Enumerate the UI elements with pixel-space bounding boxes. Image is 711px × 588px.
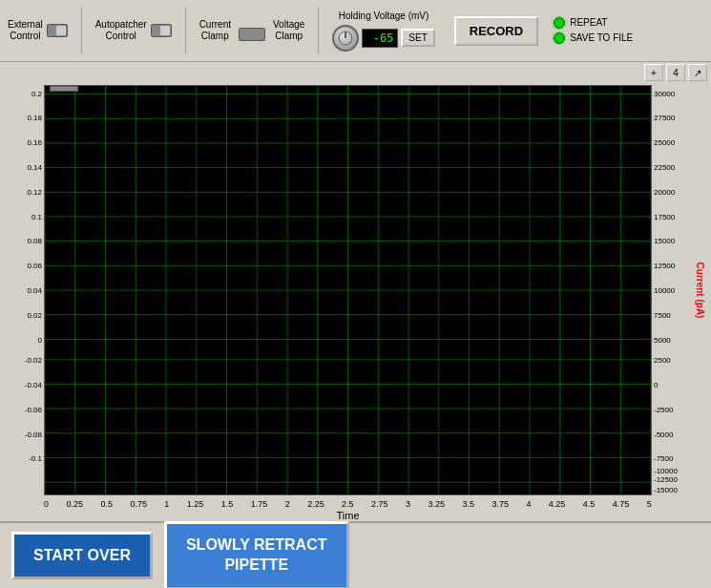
y-right-tick-22500: 22500: [654, 163, 675, 172]
clamp-group: Current Clamp Voltage Clamp: [199, 19, 305, 42]
holding-voltage-group: Holding Voltage (mV) -65 SET: [332, 10, 434, 52]
y-tick-0.18: 0.18: [6, 114, 42, 122]
divider-2: [185, 7, 186, 54]
x-tick-4.75: 4.75: [613, 499, 630, 509]
y-tick-0.08: 0.08: [6, 237, 42, 245]
holding-voltage-value: -65: [362, 29, 398, 48]
x-tick-1.75: 1.75: [251, 499, 268, 509]
y-right-tick-30000: 30000: [654, 89, 675, 97]
holding-voltage-dial[interactable]: [332, 25, 359, 52]
chart-grid: [45, 86, 651, 494]
y-tick-0.04: 0.04: [6, 286, 42, 295]
external-control-toggle[interactable]: [47, 24, 68, 37]
top-bar: External Control Autopatcher Control Cur…: [0, 0, 711, 62]
x-tick-3: 3: [406, 499, 410, 509]
y-right-tick-15000: 15000: [654, 237, 675, 245]
y-right-tick-n15000: -15000: [654, 485, 678, 494]
chart-view-button[interactable]: 4: [666, 64, 685, 81]
x-tick-1.25: 1.25: [187, 499, 204, 509]
y-right-tick-25000: 25000: [654, 138, 675, 147]
y-tick-n0.04: -0.04: [6, 380, 42, 388]
x-tick-0.75: 0.75: [130, 499, 147, 509]
chart-container: 0.2 0.18 0.16 0.14 0.12 0.1 0.08 0.06 0.…: [0, 83, 711, 521]
y-right-tick-5000: 5000: [654, 335, 671, 344]
repeat-led: [554, 17, 565, 29]
y-tick-0.12: 0.12: [6, 187, 42, 196]
y-right-tick-27500: 27500: [654, 114, 675, 122]
x-tick-2.75: 2.75: [371, 499, 388, 509]
y-axis-left: 0.2 0.18 0.16 0.14 0.12 0.1 0.08 0.06 0.…: [4, 85, 44, 495]
x-tick-0.5: 0.5: [100, 499, 113, 509]
repeat-row: REPEAT: [554, 17, 633, 29]
x-tick-2.25: 2.25: [307, 499, 324, 509]
x-tick-3.25: 3.25: [428, 499, 445, 509]
retract-pipette-button[interactable]: SLOWLY RETRACT PIPETTE: [164, 521, 349, 588]
y-right-tick-7500: 7500: [654, 310, 671, 319]
y-tick-n0.02: -0.02: [6, 356, 42, 365]
start-over-button[interactable]: START OVER: [11, 532, 153, 580]
current-clamp-label: Current Clamp: [199, 19, 231, 42]
divider-3: [318, 7, 319, 54]
autopatcher-control-label: Autopatcher Control: [95, 19, 147, 42]
save-to-file-label: SAVE TO FILE: [570, 32, 633, 44]
chart-toolbar: + 4 ↗: [0, 62, 711, 83]
y-tick-0.16: 0.16: [6, 138, 42, 147]
chart-expand-button[interactable]: ↗: [688, 64, 707, 81]
voltage-clamp-label: Voltage Clamp: [273, 19, 304, 42]
x-tick-5: 5: [647, 499, 652, 509]
clamp-toggle[interactable]: [239, 28, 265, 41]
holding-voltage-label: Holding Voltage (mV): [339, 10, 429, 22]
right-controls: REPEAT SAVE TO FILE: [554, 17, 633, 44]
autopatcher-control-group: Autopatcher Control: [95, 19, 172, 42]
y-right-tick-n12500: -12500: [654, 474, 678, 483]
y-right-tick-17500: 17500: [654, 212, 675, 220]
autopatcher-control-toggle[interactable]: [151, 24, 172, 37]
bottom-bar: START OVER SLOWLY RETRACT PIPETTE: [0, 521, 711, 588]
set-button[interactable]: SET: [401, 29, 434, 47]
y-tick-n0.08: -0.08: [6, 430, 42, 438]
x-tick-4.25: 4.25: [549, 499, 566, 509]
external-control-group: External Control: [8, 19, 68, 42]
y-tick-0.14: 0.14: [6, 163, 42, 172]
x-axis: 0 0.25 0.5 0.75 1 1.25 1.5 1.75 2 2.25 2…: [4, 497, 707, 509]
y-axis-right: 30000 27500 25000 22500 20000 17500 1500…: [652, 85, 707, 495]
y-tick-n0.1: -0.1: [6, 454, 42, 463]
external-control-label: External Control: [8, 19, 43, 42]
y-right-tick-20000: 20000: [654, 187, 675, 196]
x-tick-3.5: 3.5: [462, 499, 474, 509]
y-right-tick-2500: 2500: [654, 356, 671, 365]
x-tick-3.75: 3.75: [491, 499, 509, 509]
x-tick-1.5: 1.5: [221, 499, 234, 509]
y-right-tick-n2500: -2500: [654, 405, 673, 413]
y-right-tick-n7500: -7500: [654, 454, 673, 463]
x-tick-2: 2: [285, 499, 290, 509]
y-tick-0.1: 0.1: [6, 212, 42, 220]
y-right-tick-12500: 12500: [654, 262, 675, 270]
y-right-tick-n5000: -5000: [654, 430, 673, 438]
y-tick-0: 0: [6, 335, 42, 344]
current-axis-label: Current (pA): [695, 262, 705, 319]
repeat-label: REPEAT: [570, 17, 607, 29]
x-tick-0: 0: [44, 499, 49, 509]
divider-1: [81, 7, 82, 54]
x-axis-label: Time: [4, 510, 707, 521]
y-tick-0.2: 0.2: [6, 89, 42, 97]
voltage-clamp-item: Voltage Clamp: [273, 19, 304, 42]
current-clamp-item: Current Clamp: [199, 19, 231, 42]
y-right-tick-10000: 10000: [654, 286, 675, 295]
y-tick-n0.06: -0.06: [6, 405, 42, 413]
y-tick-0.02: 0.02: [6, 310, 42, 319]
chart-zoom-in-button[interactable]: +: [644, 64, 663, 81]
x-tick-1: 1: [164, 499, 169, 509]
x-tick-4.5: 4.5: [583, 499, 596, 509]
y-tick-0.06: 0.06: [6, 262, 42, 270]
chart-scrollbar[interactable]: [50, 86, 78, 92]
x-tick-2.5: 2.5: [342, 499, 354, 509]
record-button[interactable]: RECORD: [454, 16, 538, 46]
chart-wrapper: 0.2 0.18 0.16 0.14 0.12 0.1 0.08 0.06 0.…: [4, 85, 707, 495]
x-tick-4: 4: [526, 499, 531, 509]
save-to-file-led: [554, 32, 565, 44]
x-tick-0.25: 0.25: [66, 499, 83, 509]
y-right-tick-0: 0: [654, 380, 658, 388]
save-to-file-row: SAVE TO FILE: [554, 32, 633, 44]
